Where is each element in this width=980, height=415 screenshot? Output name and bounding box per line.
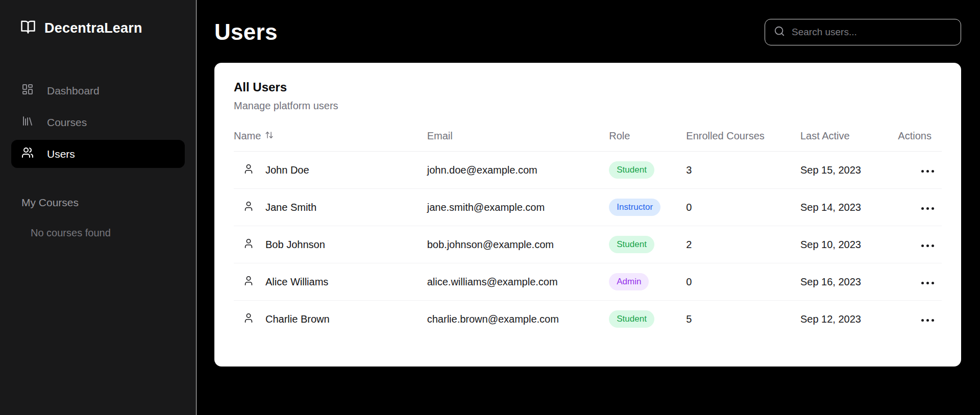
user-name: Charlie Brown [265,313,330,325]
sidebar-item-users[interactable]: Users [11,140,185,168]
column-header-email: Email [427,124,609,152]
role-badge: Admin [609,273,649,290]
main-content: Users All Users Manage platform users [197,0,980,415]
app-window: DecentraLearn Dashboard Courses [0,0,980,415]
ellipsis-icon [921,245,934,247]
table-row: John Doe john.doe@example.com Student 3 … [234,152,942,189]
search-box[interactable] [765,19,961,45]
column-header-actions: Actions [898,124,942,152]
user-name: Bob Johnson [265,239,325,251]
user-icon [243,163,254,177]
table-row: Bob Johnson bob.johnson@example.com Stud… [234,226,942,263]
users-icon [21,147,34,161]
enrolled-count: 2 [686,226,800,263]
user-email: bob.johnson@example.com [427,226,609,263]
sidebar-item-dashboard[interactable]: Dashboard [11,77,185,105]
column-header-last-active: Last Active [800,124,898,152]
topbar: Users [214,15,961,49]
role-badge: Student [609,310,654,328]
row-actions-button[interactable] [919,166,936,177]
user-email: alice.williams@example.com [427,263,609,301]
role-badge: Instructor [609,199,660,216]
role-badge: Student [609,161,654,179]
app-title: DecentraLearn [44,20,142,36]
row-actions-button[interactable] [919,203,936,214]
table-row: Charlie Brown charlie.brown@example.com … [234,301,942,338]
column-header-enrolled: Enrolled Courses [686,124,800,152]
search-input[interactable] [792,27,952,38]
user-icon [243,275,254,289]
user-icon [243,238,254,252]
card-subtitle: Manage platform users [234,100,942,112]
row-actions-button[interactable] [919,315,936,326]
user-name: John Doe [265,164,309,176]
table-row: Jane Smith jane.smith@example.com Instru… [234,189,942,226]
column-header-role: Role [609,124,686,152]
row-actions-button[interactable] [919,240,936,251]
enrolled-count: 0 [686,189,800,226]
library-icon [21,115,34,130]
search-icon [774,26,785,39]
sidebar: DecentraLearn Dashboard Courses [0,0,197,415]
row-actions-button[interactable] [919,278,936,288]
last-active-date: Sep 15, 2023 [800,152,898,189]
column-header-name[interactable]: Name [234,124,427,152]
last-active-date: Sep 10, 2023 [800,226,898,263]
user-email: charlie.brown@example.com [427,301,609,338]
last-active-date: Sep 16, 2023 [800,263,898,301]
user-email: john.doe@example.com [427,152,609,189]
sidebar-item-label: Users [47,148,75,160]
users-table: Name Email Role Enrolled Courses [234,124,942,338]
layout-dashboard-icon [21,83,34,98]
user-name: Jane Smith [265,202,316,213]
enrolled-count: 5 [686,301,800,338]
user-email: jane.smith@example.com [427,189,609,226]
last-active-date: Sep 12, 2023 [800,301,898,338]
sidebar-item-courses[interactable]: Courses [11,108,185,136]
table-header-row: Name Email Role Enrolled Courses [234,124,942,152]
ellipsis-icon [921,207,934,210]
last-active-date: Sep 14, 2023 [800,189,898,226]
enrolled-count: 3 [686,152,800,189]
sidebar-section-label: My Courses [11,197,185,209]
enrolled-count: 0 [686,263,800,301]
card-title: All Users [234,80,942,94]
user-icon [243,201,254,214]
sidebar-nav: Dashboard Courses Users [11,77,185,168]
logo: DecentraLearn [11,15,185,37]
ellipsis-icon [921,282,934,284]
page-title: Users [214,19,278,45]
table-row: Alice Williams alice.williams@example.co… [234,263,942,301]
user-name: Alice Williams [265,276,328,288]
sidebar-empty-text: No courses found [11,227,185,239]
ellipsis-icon [921,319,934,322]
sidebar-item-label: Courses [47,116,87,129]
ellipsis-icon [921,170,934,173]
user-icon [243,312,254,326]
arrow-up-down-icon [265,130,274,142]
role-badge: Student [609,236,654,253]
sidebar-item-label: Dashboard [47,85,100,97]
book-open-icon [20,19,36,37]
users-card: All Users Manage platform users Name [214,63,961,367]
